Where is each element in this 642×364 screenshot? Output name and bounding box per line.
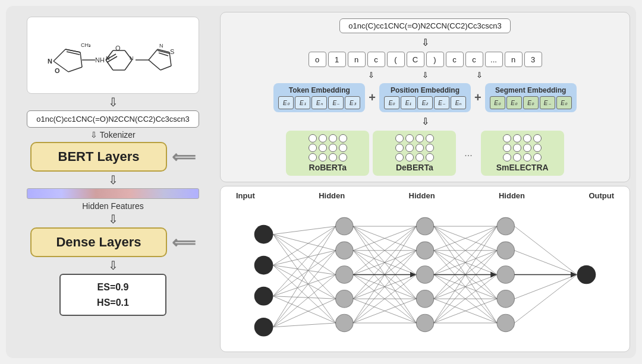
roberta-circles-top xyxy=(309,134,347,143)
segment-embedding-group: Segment Embedding E₀ E₀ E₀ E₋ E₀ xyxy=(485,83,577,112)
dense-layers-box: Dense Layers xyxy=(30,227,167,257)
token-embedding-title: Token Embedding xyxy=(289,86,350,94)
down-arrow-smiles: ⇩ xyxy=(228,37,622,48)
emb-e1: E₁ xyxy=(295,96,310,109)
h2-node-5 xyxy=(416,314,433,331)
c5 xyxy=(309,144,317,152)
model-row: RoBERTa xyxy=(228,131,622,176)
svg-line-39 xyxy=(273,251,335,265)
svg-line-28 xyxy=(149,60,160,70)
pos-e1: E₁ xyxy=(401,96,416,109)
h1-node-4 xyxy=(336,290,353,308)
c2 xyxy=(319,134,327,143)
svg-line-51 xyxy=(273,299,335,327)
down-arrow-2: ⇩ xyxy=(108,174,118,186)
nn-labels: Input Hidden Hidden Hidden Output xyxy=(230,191,620,200)
c3 xyxy=(329,134,337,143)
s1 xyxy=(503,134,511,143)
output-scores-box: ES=0.9 HS=0.1 xyxy=(59,274,166,316)
nn-label-output: Output xyxy=(588,191,614,200)
hs-score: HS=0.1 xyxy=(69,295,157,311)
token-n2: n xyxy=(505,52,523,67)
d7 xyxy=(416,144,424,152)
s11 xyxy=(523,153,531,162)
c7 xyxy=(329,144,337,152)
svg-line-49 xyxy=(273,251,335,327)
d12 xyxy=(426,153,434,162)
s4 xyxy=(533,134,542,143)
svg-text:NH: NH xyxy=(95,56,105,64)
tokenizer-label: ⇩ Tokenizer xyxy=(90,130,136,140)
svg-line-42 xyxy=(273,265,335,323)
emb-e3: E₃ xyxy=(345,96,360,109)
token-C: C xyxy=(407,52,424,67)
h1-node-1 xyxy=(336,217,353,235)
token-row: o 1 n c ( C ) c c ... n 3 xyxy=(228,52,622,67)
h3-node-2 xyxy=(497,242,514,259)
svg-line-46 xyxy=(273,296,335,299)
svg-line-17 xyxy=(125,60,132,70)
plus-2: + xyxy=(474,91,482,105)
s6 xyxy=(513,144,521,152)
smiles-top-box: o1nc(C)cc1CNC(=O)N2CCN(CC2)Cc3cscn3 xyxy=(339,18,511,33)
c10 xyxy=(319,153,327,162)
roberta-circles-bot xyxy=(309,153,347,162)
nn-label-hidden1: Hidden xyxy=(319,191,345,200)
s8 xyxy=(533,144,542,152)
smelectra-circles-bot xyxy=(503,153,542,162)
d11 xyxy=(416,153,424,162)
c8 xyxy=(339,144,347,152)
molecule-box: N O CH₃ NH O N xyxy=(27,17,199,94)
svg-line-104 xyxy=(514,226,577,274)
input-node-2 xyxy=(254,256,273,275)
input-node-1 xyxy=(254,225,273,244)
input-node-4 xyxy=(254,318,273,337)
token-embedding-cells: E₀ E₁ Eₙ E₋ E₃ xyxy=(278,96,360,109)
position-embedding-title: Position Embedding xyxy=(391,86,460,94)
c4 xyxy=(339,134,347,143)
svg-text:CH₃: CH₃ xyxy=(81,42,91,48)
nn-label-hidden3: Hidden xyxy=(499,191,525,200)
h2-node-1 xyxy=(416,217,433,235)
arrow-bert-left: ⟸ xyxy=(172,147,196,167)
arrow-dense-left: ⟸ xyxy=(172,233,196,252)
svg-line-2 xyxy=(80,52,82,67)
d2 xyxy=(405,134,414,143)
token-open: ( xyxy=(387,52,405,67)
svg-line-105 xyxy=(514,251,577,275)
svg-line-33 xyxy=(273,226,335,235)
nn-svg xyxy=(230,202,620,347)
token-n: n xyxy=(348,52,366,67)
smiles-box-left: o1nc(C)cc1CNC(=O)N2CCN(CC2)Cc3cscn3 xyxy=(27,110,199,128)
d5 xyxy=(395,144,404,152)
svg-text:O: O xyxy=(55,67,60,74)
h2-node-3 xyxy=(416,266,433,283)
token-o: o xyxy=(309,52,326,67)
pos-e0: E₀ xyxy=(384,96,399,109)
right-panel: o1nc(C)cc1CNC(=O)N2CCN(CC2)Cc3cscn3 ⇩ o … xyxy=(220,12,630,352)
deberta-circles-bot xyxy=(395,153,434,162)
c1 xyxy=(309,134,317,143)
token-c: c xyxy=(367,52,385,67)
s3 xyxy=(523,134,531,143)
seg-e0d: E₀ xyxy=(556,96,572,109)
smelectra-label: SmELECTRA xyxy=(496,163,549,172)
token-close: ) xyxy=(426,52,444,67)
d3 xyxy=(416,134,424,143)
d9 xyxy=(395,153,404,162)
bert-diagram: o1nc(C)cc1CNC(=O)N2CCN(CC2)Cc3cscn3 ⇩ o … xyxy=(220,12,630,182)
svg-line-48 xyxy=(273,226,335,327)
h3-node-1 xyxy=(497,217,514,235)
position-embedding-cells: E₀ E₁ E₂ E₋ Eₙ xyxy=(384,96,466,109)
svg-line-0 xyxy=(54,49,65,61)
seg-e0a: E₀ xyxy=(490,96,505,109)
svg-line-38 xyxy=(273,226,335,265)
svg-line-107 xyxy=(514,275,577,299)
emb-edot: E₋ xyxy=(328,96,344,109)
segment-embedding-cells: E₀ E₀ E₀ E₋ E₀ xyxy=(490,96,572,109)
svg-text:N: N xyxy=(159,43,163,49)
h1-node-5 xyxy=(336,314,353,331)
emb-e0: E₀ xyxy=(278,96,294,109)
down-arrow-3: ⇩ xyxy=(108,213,118,225)
nn-network xyxy=(230,202,620,347)
